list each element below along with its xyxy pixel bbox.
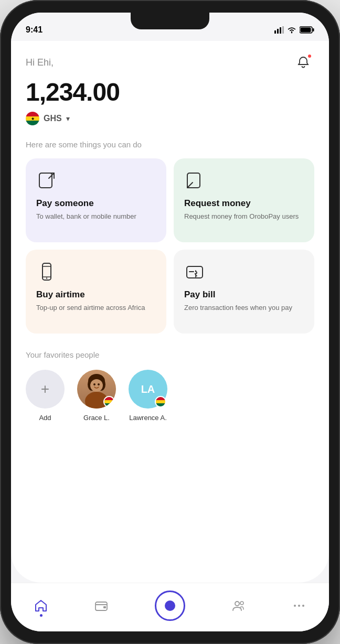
greeting-text: Hi Ehi,: [26, 57, 54, 68]
svg-point-12: [46, 277, 47, 278]
svg-point-21: [98, 383, 100, 385]
svg-point-25: [240, 602, 243, 605]
grace-flag-badge: [103, 396, 115, 407]
actions-section-label: Here are some things you can do: [26, 140, 314, 149]
balance-amount: 1,234.00: [26, 78, 314, 106]
currency-selector[interactable]: ★ GHS ▾: [26, 112, 314, 125]
pay-bill-title: Pay bill: [184, 289, 304, 300]
battery-icon: [300, 26, 314, 34]
pay-someone-card[interactable]: Pay someone To wallet, bank or mobile nu…: [26, 158, 166, 242]
nav-more[interactable]: [292, 599, 306, 613]
nav-home[interactable]: [34, 599, 48, 613]
status-icons: [274, 26, 314, 34]
svg-rect-6: [301, 28, 311, 33]
favorite-grace[interactable]: Grace L.: [77, 370, 116, 422]
grace-avatar: [77, 370, 116, 409]
notch: [131, 13, 209, 29]
add-favorite-button[interactable]: + Add: [26, 370, 65, 422]
request-money-desc: Request money from OroboPay users: [184, 212, 304, 221]
svg-rect-7: [39, 173, 52, 188]
request-money-title: Request money: [184, 198, 304, 209]
grace-name: Grace L.: [83, 414, 110, 422]
actions-grid: Pay someone To wallet, bank or mobile nu…: [26, 158, 314, 334]
pay-bill-desc: Zero transaction fees when you pay: [184, 303, 304, 313]
pay-someone-desc: To wallet, bank or mobile number: [36, 212, 156, 221]
chevron-down-icon: ▾: [66, 114, 70, 123]
nav-people[interactable]: [232, 599, 246, 613]
la-avatar: LA: [129, 370, 167, 409]
signal-icon: [274, 26, 284, 34]
buy-airtime-desc: Top-up or send airtime across Africa: [36, 303, 156, 313]
bottom-nav: [11, 583, 329, 631]
nav-scan-button[interactable]: [155, 591, 185, 621]
svg-point-24: [235, 602, 239, 606]
svg-rect-0: [274, 30, 276, 34]
currency-code: GHS: [44, 114, 62, 123]
favorites-label: Your favorites people: [26, 350, 314, 359]
svg-point-20: [93, 383, 95, 385]
status-bar: 9:41: [11, 13, 329, 41]
svg-point-26: [294, 605, 296, 607]
notification-dot: [307, 53, 312, 59]
svg-point-28: [302, 605, 304, 607]
svg-rect-1: [277, 29, 279, 34]
phone-screen: 9:41: [11, 13, 329, 631]
pay-someone-icon: [36, 170, 57, 191]
favorite-lawrence[interactable]: LA Lawrence A.: [129, 370, 167, 422]
svg-rect-23: [103, 606, 106, 608]
pay-bill-card[interactable]: Pay bill Zero transaction fees when you …: [174, 250, 314, 334]
pay-bill-icon: [184, 261, 205, 282]
svg-point-27: [298, 605, 300, 607]
svg-rect-3: [282, 26, 284, 34]
wifi-icon: [287, 26, 296, 34]
favorites-section: Your favorites people + Add: [11, 350, 329, 432]
la-initials: LA: [141, 383, 155, 395]
buy-airtime-icon: [36, 261, 57, 282]
main-content: Hi Ehi, 1,234.00: [11, 41, 329, 334]
add-label: Add: [39, 414, 51, 422]
request-money-card[interactable]: Request money Request money from OroboPa…: [174, 158, 314, 242]
nav-scan-inner: [165, 600, 175, 611]
status-time: 9:41: [26, 25, 42, 35]
nav-home-active-dot: [40, 614, 42, 617]
nav-wallet[interactable]: [94, 599, 108, 613]
add-avatar: +: [26, 370, 65, 409]
svg-rect-2: [280, 27, 281, 34]
svg-point-19: [90, 379, 103, 392]
nav-scan[interactable]: [155, 591, 185, 621]
lawrence-flag-badge: [155, 396, 166, 407]
ghana-flag: ★: [26, 112, 39, 125]
svg-rect-9: [42, 263, 51, 280]
favorites-row: + Add: [26, 370, 314, 422]
svg-rect-13: [187, 266, 203, 278]
buy-airtime-card[interactable]: Buy airtime Top-up or send airtime acros…: [26, 250, 166, 334]
notification-button[interactable]: [292, 51, 314, 73]
scroll-content[interactable]: Hi Ehi, 1,234.00: [11, 41, 329, 583]
header-row: Hi Ehi,: [26, 51, 314, 73]
pay-someone-title: Pay someone: [36, 198, 156, 209]
buy-airtime-title: Buy airtime: [36, 289, 156, 300]
request-money-icon: [184, 170, 205, 191]
phone-shell: 9:41: [0, 0, 340, 644]
svg-rect-5: [313, 28, 314, 31]
lawrence-name: Lawrence A.: [129, 414, 167, 422]
